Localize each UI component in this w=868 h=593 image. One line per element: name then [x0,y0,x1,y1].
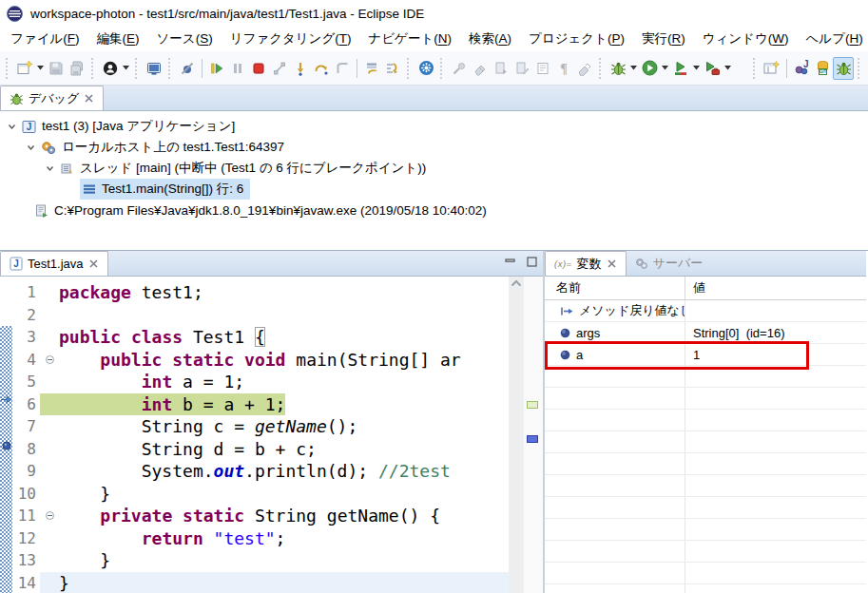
new-wizard-button[interactable] [14,57,35,80]
open-perspective-button[interactable] [762,57,782,80]
code-line[interactable]: 5 int a = 1; [12,371,543,393]
external-tools-dropdown[interactable] [723,57,733,80]
code-line[interactable]: 4 public static void main(String[] ar [12,349,543,372]
tab-variables[interactable]: (x)= 変数 [545,251,627,276]
code-line[interactable]: 2 [12,304,543,327]
tab-servers[interactable]: サーバー [627,251,712,276]
line-number[interactable]: 10 [12,483,40,506]
tree-item-stack-frame[interactable]: Test1.main(String[]) 行: 6 [0,179,868,200]
menu-source[interactable]: ソース(S) [148,28,222,50]
breakpoint-icon[interactable] [2,441,11,450]
chevron-down-icon[interactable] [27,143,35,152]
menu-refactor[interactable]: リファクタリング(T) [222,28,360,50]
next-annotation-icon[interactable] [491,57,511,80]
code-line[interactable]: 3public class Test1 { [12,326,543,349]
code-editor[interactable]: 1package test1; 2 3public class Test1 { … [0,277,543,593]
line-number[interactable]: 12 [12,527,40,550]
menu-file[interactable]: ファイル(F) [2,28,88,50]
coverage-button[interactable] [670,57,691,80]
git-perspective-button[interactable]: GIT [812,57,833,80]
tab-test1-java[interactable]: J Test1.java [0,251,108,276]
code-line[interactable]: 13 } [12,549,543,572]
tree-item-launch[interactable]: J test1 (3) [Java アプリケーション] [0,116,868,137]
menu-window[interactable]: ウィンドウ(W) [694,28,798,50]
overview-mark-occurrence[interactable] [527,401,538,409]
instruction-pointer-icon[interactable] [0,394,12,405]
save-button[interactable] [46,57,67,80]
code-line-current-debug[interactable]: 6 int b = a + 1; [12,393,543,416]
step-return-button[interactable] [332,57,353,80]
line-number[interactable]: 3 [12,326,40,349]
line-number[interactable]: 11 [12,505,40,527]
menu-navigate[interactable]: ナビゲート(N) [359,28,460,50]
chevron-down-icon[interactable] [8,123,16,131]
line-number[interactable]: 9 [12,460,40,483]
save-all-button[interactable] [67,57,87,80]
doc-pencil-icon[interactable] [511,57,532,80]
external-tools-button[interactable] [702,57,723,80]
code-line[interactable]: 9 System.out.println(d); //2test [12,460,543,483]
eraser-icon[interactable] [470,57,491,80]
skip-all-breakpoints-button[interactable] [177,57,198,80]
settings-button[interactable] [415,57,436,80]
code-line[interactable]: 12 return "test"; [12,527,543,550]
menu-project[interactable]: プロジェクト(P) [520,28,633,50]
code-line[interactable]: 8 String d = b + c; [12,438,543,461]
close-icon[interactable] [84,93,94,104]
selected-stack-frame[interactable]: Test1.main(String[]) 行: 6 [80,179,250,200]
resume-button[interactable] [206,57,227,80]
tree-item-process[interactable]: C:¥Program Files¥Java¥jdk1.8.0_191¥bin¥j… [0,200,868,220]
coverage-dropdown[interactable] [691,57,702,80]
suspend-button[interactable] [227,57,248,80]
editor-vertical-scrollbar[interactable] [509,277,524,593]
chevron-down-icon[interactable] [46,164,54,173]
new-wizard-dropdown[interactable] [35,57,46,80]
clear-marks-icon[interactable] [574,57,595,80]
fold-marker-collapse[interactable] [40,349,59,372]
menu-help[interactable]: ヘルプ(H) [798,28,868,50]
close-icon[interactable] [607,258,617,269]
debug-button[interactable] [608,57,628,80]
line-number[interactable]: 14 [12,572,40,593]
code-line[interactable]: 7 String c = getName(); [12,415,543,438]
column-header-value[interactable]: 値 [685,279,866,296]
fold-marker-collapse[interactable] [40,505,59,527]
line-number[interactable]: 1 [12,281,40,304]
code-line[interactable]: 11 private static String getName() { [12,505,543,527]
code-line-cursor[interactable]: 14} [12,572,543,593]
menu-run[interactable]: 実行(R) [633,28,694,50]
step-into-button[interactable] [290,57,311,80]
maximize-view-icon[interactable] [527,257,537,267]
line-number[interactable]: 5 [12,371,40,393]
run-dropdown[interactable] [660,57,670,80]
column-header-name[interactable]: 名前 [545,277,685,299]
close-icon[interactable] [88,258,99,269]
terminate-button[interactable] [248,57,269,80]
use-step-filters-button[interactable] [382,57,403,80]
tree-item-thread[interactable]: スレッド [main] (中断中 (Test1 の 6 行にブレークポイント)) [0,158,868,179]
scrollbar-up-icon[interactable] [511,279,522,287]
tab-debug[interactable]: デバッグ [0,86,104,110]
code-line[interactable]: 1package test1; [12,281,543,304]
disconnect-button[interactable] [269,57,290,80]
tree-item-debug-target[interactable]: ローカルホスト上の test1.Test1:64397 [0,137,868,158]
table-row-a[interactable]: a 1 [545,344,866,366]
account-dropdown[interactable] [121,57,131,80]
range-indicator-ruler[interactable] [0,326,12,593]
minimize-view-icon[interactable] [505,258,515,267]
line-number[interactable]: 4 [12,349,40,372]
table-row-return-value[interactable]: メソッド戻り値なし [545,300,866,322]
debug-dropdown[interactable] [628,57,639,80]
drop-to-frame-button[interactable] [361,57,382,80]
line-number[interactable]: 2 [12,304,40,327]
javaee-perspective-button[interactable]: J [791,57,812,80]
line-number[interactable]: 13 [12,549,40,572]
console-button[interactable] [144,57,164,80]
menu-search[interactable]: 検索(A) [460,28,520,50]
line-number[interactable]: 6 [12,393,40,416]
doc-outline-icon[interactable] [532,57,553,80]
account-button[interactable] [100,57,121,80]
step-over-button[interactable] [311,57,332,80]
run-button[interactable] [639,57,660,80]
debug-perspective-button[interactable] [833,57,854,80]
